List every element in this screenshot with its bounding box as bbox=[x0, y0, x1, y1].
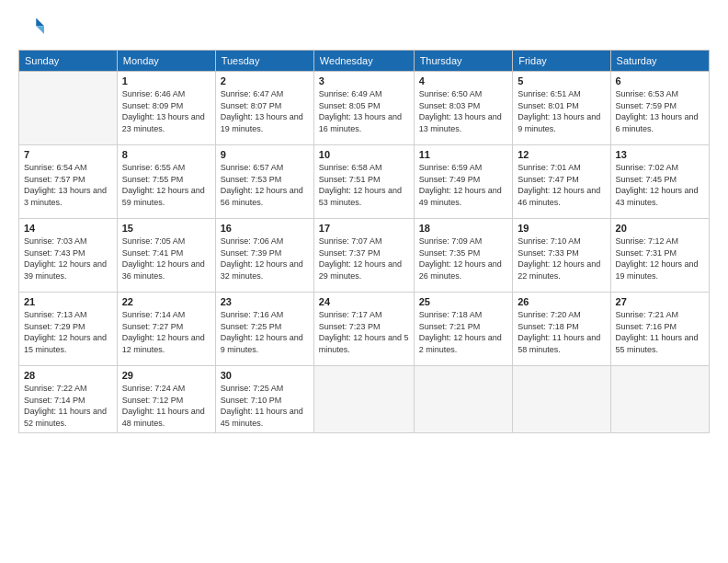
day-detail: Sunrise: 6:59 AMSunset: 7:49 PMDaylight:… bbox=[419, 162, 508, 208]
day-detail: Sunrise: 7:17 AMSunset: 7:23 PMDaylight:… bbox=[319, 309, 409, 355]
day-number: 29 bbox=[122, 370, 210, 381]
day-detail: Sunrise: 7:12 AMSunset: 7:31 PMDaylight:… bbox=[616, 236, 704, 282]
day-detail: Sunrise: 6:47 AMSunset: 8:07 PMDaylight:… bbox=[221, 88, 309, 134]
table-row: 4Sunrise: 6:50 AMSunset: 8:03 PMDaylight… bbox=[414, 72, 513, 145]
day-number: 5 bbox=[518, 75, 605, 86]
day-number: 14 bbox=[24, 223, 112, 234]
table-row: 18Sunrise: 7:09 AMSunset: 7:35 PMDayligh… bbox=[414, 219, 513, 293]
table-row: 10Sunrise: 6:58 AMSunset: 7:51 PMDayligh… bbox=[313, 145, 414, 219]
day-detail: Sunrise: 6:54 AMSunset: 7:57 PMDaylight:… bbox=[24, 162, 112, 208]
day-detail: Sunrise: 7:21 AMSunset: 7:16 PMDaylight:… bbox=[616, 309, 704, 355]
table-row: 6Sunrise: 6:53 AMSunset: 7:59 PMDaylight… bbox=[610, 72, 709, 145]
calendar-header-row: Sunday Monday Tuesday Wednesday Thursday… bbox=[19, 51, 710, 72]
svg-marker-0 bbox=[36, 18, 44, 27]
day-detail: Sunrise: 7:03 AMSunset: 7:43 PMDaylight:… bbox=[24, 236, 112, 282]
day-detail: Sunrise: 7:02 AMSunset: 7:45 PMDaylight:… bbox=[616, 162, 704, 208]
day-number: 8 bbox=[122, 149, 210, 160]
table-row: 16Sunrise: 7:06 AMSunset: 7:39 PMDayligh… bbox=[215, 219, 313, 293]
day-number: 9 bbox=[221, 149, 309, 160]
day-detail: Sunrise: 6:46 AMSunset: 8:09 PMDaylight:… bbox=[122, 88, 210, 134]
day-detail: Sunrise: 6:51 AMSunset: 8:01 PMDaylight:… bbox=[518, 88, 605, 134]
page-header bbox=[18, 15, 710, 40]
day-number: 24 bbox=[319, 296, 409, 307]
day-detail: Sunrise: 7:10 AMSunset: 7:33 PMDaylight:… bbox=[518, 236, 605, 282]
day-number: 30 bbox=[221, 370, 309, 381]
table-row: 2Sunrise: 6:47 AMSunset: 8:07 PMDaylight… bbox=[215, 72, 313, 145]
day-number: 26 bbox=[518, 296, 605, 307]
day-detail: Sunrise: 6:50 AMSunset: 8:03 PMDaylight:… bbox=[419, 88, 508, 134]
day-number: 12 bbox=[518, 149, 605, 160]
table-row: 27Sunrise: 7:21 AMSunset: 7:16 PMDayligh… bbox=[610, 293, 709, 366]
table-row: 21Sunrise: 7:13 AMSunset: 7:29 PMDayligh… bbox=[19, 293, 118, 366]
table-row bbox=[610, 366, 709, 433]
table-row bbox=[513, 366, 610, 433]
day-detail: Sunrise: 7:07 AMSunset: 7:37 PMDaylight:… bbox=[319, 236, 409, 282]
table-row: 17Sunrise: 7:07 AMSunset: 7:37 PMDayligh… bbox=[313, 219, 414, 293]
table-row: 5Sunrise: 6:51 AMSunset: 8:01 PMDaylight… bbox=[513, 72, 610, 145]
day-number: 25 bbox=[419, 296, 508, 307]
day-detail: Sunrise: 7:25 AMSunset: 7:10 PMDaylight:… bbox=[221, 383, 309, 429]
day-number: 19 bbox=[518, 223, 605, 234]
table-row: 9Sunrise: 6:57 AMSunset: 7:53 PMDaylight… bbox=[215, 145, 313, 219]
day-number: 28 bbox=[24, 370, 112, 381]
table-row: 12Sunrise: 7:01 AMSunset: 7:47 PMDayligh… bbox=[513, 145, 610, 219]
table-row: 22Sunrise: 7:14 AMSunset: 7:27 PMDayligh… bbox=[117, 293, 215, 366]
table-row bbox=[414, 366, 513, 433]
day-number: 6 bbox=[616, 75, 704, 86]
calendar-table: Sunday Monday Tuesday Wednesday Thursday… bbox=[18, 50, 710, 433]
table-row bbox=[19, 72, 118, 145]
table-row bbox=[313, 366, 414, 433]
col-saturday: Saturday bbox=[610, 51, 709, 72]
table-row: 25Sunrise: 7:18 AMSunset: 7:21 PMDayligh… bbox=[414, 293, 513, 366]
day-number: 2 bbox=[221, 75, 309, 86]
table-row: 28Sunrise: 7:22 AMSunset: 7:14 PMDayligh… bbox=[19, 366, 118, 433]
day-number: 17 bbox=[319, 223, 409, 234]
day-number: 21 bbox=[24, 296, 112, 307]
col-friday: Friday bbox=[513, 51, 610, 72]
table-row: 11Sunrise: 6:59 AMSunset: 7:49 PMDayligh… bbox=[414, 145, 513, 219]
day-number: 10 bbox=[319, 149, 409, 160]
col-sunday: Sunday bbox=[19, 51, 118, 72]
day-number: 18 bbox=[419, 223, 508, 234]
table-row: 7Sunrise: 6:54 AMSunset: 7:57 PMDaylight… bbox=[19, 145, 118, 219]
day-number: 1 bbox=[122, 75, 210, 86]
day-number: 23 bbox=[221, 296, 309, 307]
day-detail: Sunrise: 7:22 AMSunset: 7:14 PMDaylight:… bbox=[24, 383, 112, 429]
day-number: 27 bbox=[616, 296, 704, 307]
col-wednesday: Wednesday bbox=[313, 51, 414, 72]
day-detail: Sunrise: 6:49 AMSunset: 8:05 PMDaylight:… bbox=[319, 88, 409, 134]
day-detail: Sunrise: 7:18 AMSunset: 7:21 PMDaylight:… bbox=[419, 309, 508, 355]
day-detail: Sunrise: 7:20 AMSunset: 7:18 PMDaylight:… bbox=[518, 309, 605, 355]
table-row: 23Sunrise: 7:16 AMSunset: 7:25 PMDayligh… bbox=[215, 293, 313, 366]
day-detail: Sunrise: 6:55 AMSunset: 7:55 PMDaylight:… bbox=[122, 162, 210, 208]
day-number: 4 bbox=[419, 75, 508, 86]
logo-icon bbox=[18, 15, 44, 40]
day-detail: Sunrise: 7:06 AMSunset: 7:39 PMDaylight:… bbox=[221, 236, 309, 282]
day-number: 3 bbox=[319, 75, 409, 86]
day-number: 16 bbox=[221, 223, 309, 234]
day-number: 13 bbox=[616, 149, 704, 160]
day-detail: Sunrise: 7:16 AMSunset: 7:25 PMDaylight:… bbox=[221, 309, 309, 355]
col-tuesday: Tuesday bbox=[215, 51, 313, 72]
day-detail: Sunrise: 6:58 AMSunset: 7:51 PMDaylight:… bbox=[319, 162, 409, 208]
col-thursday: Thursday bbox=[414, 51, 513, 72]
table-row: 13Sunrise: 7:02 AMSunset: 7:45 PMDayligh… bbox=[610, 145, 709, 219]
table-row: 1Sunrise: 6:46 AMSunset: 8:09 PMDaylight… bbox=[117, 72, 215, 145]
table-row: 29Sunrise: 7:24 AMSunset: 7:12 PMDayligh… bbox=[117, 366, 215, 433]
day-number: 7 bbox=[24, 149, 112, 160]
day-detail: Sunrise: 7:24 AMSunset: 7:12 PMDaylight:… bbox=[122, 383, 210, 429]
day-number: 11 bbox=[419, 149, 508, 160]
day-number: 22 bbox=[122, 296, 210, 307]
day-number: 20 bbox=[616, 223, 704, 234]
day-detail: Sunrise: 7:14 AMSunset: 7:27 PMDaylight:… bbox=[122, 309, 210, 355]
table-row: 19Sunrise: 7:10 AMSunset: 7:33 PMDayligh… bbox=[513, 219, 610, 293]
day-detail: Sunrise: 7:01 AMSunset: 7:47 PMDaylight:… bbox=[518, 162, 605, 208]
day-detail: Sunrise: 7:05 AMSunset: 7:41 PMDaylight:… bbox=[122, 236, 210, 282]
table-row: 20Sunrise: 7:12 AMSunset: 7:31 PMDayligh… bbox=[610, 219, 709, 293]
col-monday: Monday bbox=[117, 51, 215, 72]
day-number: 15 bbox=[122, 223, 210, 234]
logo bbox=[18, 15, 48, 40]
table-row: 30Sunrise: 7:25 AMSunset: 7:10 PMDayligh… bbox=[215, 366, 313, 433]
day-detail: Sunrise: 7:13 AMSunset: 7:29 PMDaylight:… bbox=[24, 309, 112, 355]
day-detail: Sunrise: 6:53 AMSunset: 7:59 PMDaylight:… bbox=[616, 88, 704, 134]
